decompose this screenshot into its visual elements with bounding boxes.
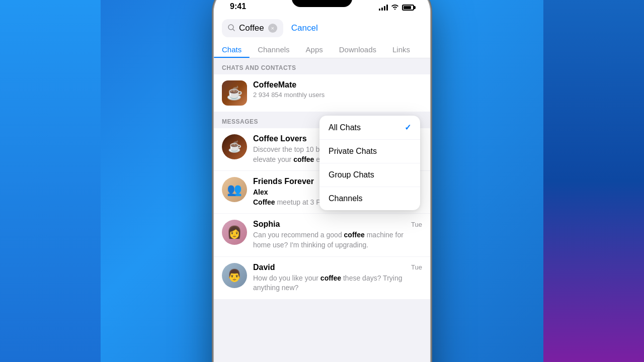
battery-icon bbox=[402, 5, 414, 11]
signal-bar-4 bbox=[386, 5, 388, 11]
wifi-icon bbox=[391, 4, 399, 11]
dropdown-item-private-chats[interactable]: Private Chats bbox=[319, 140, 420, 163]
chat-name: David bbox=[253, 263, 275, 272]
avatar: 👨 bbox=[222, 263, 247, 288]
search-cancel-button[interactable]: Cancel bbox=[285, 19, 318, 37]
dropdown-item-label: Channels bbox=[329, 194, 363, 203]
status-time: 9:41 bbox=[230, 2, 246, 11]
dropdown-item-channels[interactable]: Channels bbox=[319, 187, 420, 210]
dropdown-item-label: Group Chats bbox=[329, 170, 374, 179]
search-bar[interactable]: Coffee × bbox=[222, 19, 283, 37]
chats-contacts-header: CHATS AND CONTACTS bbox=[214, 58, 430, 74]
chat-preview: How do you like your coffee these days? … bbox=[253, 274, 422, 293]
chat-name-row: David Tue bbox=[253, 263, 422, 272]
status-bar: 9:41 bbox=[214, 0, 430, 15]
list-item[interactable]: ☕ CoffeeMate 2 934 854 monthly users bbox=[214, 74, 430, 112]
tab-chats[interactable]: Chats bbox=[214, 41, 250, 58]
tab-links[interactable]: Links bbox=[384, 41, 418, 58]
chat-name: Friends Forever bbox=[253, 177, 314, 186]
chat-preview: Can you recommend a good coffee machine … bbox=[253, 230, 422, 250]
search-icon bbox=[228, 24, 235, 33]
tab-channels[interactable]: Channels bbox=[250, 41, 297, 58]
search-clear-button[interactable]: × bbox=[268, 24, 277, 33]
signal-bar-1 bbox=[379, 9, 380, 11]
search-input[interactable]: Coffee bbox=[239, 23, 264, 33]
search-section: Coffee × Cancel bbox=[214, 15, 430, 37]
tab-apps[interactable]: Apps bbox=[298, 41, 331, 58]
tab-downloads[interactable]: Downloads bbox=[331, 41, 384, 58]
chat-name: CoffeeMate bbox=[253, 80, 296, 89]
dropdown-item-all-chats[interactable]: All Chats ✓ bbox=[319, 116, 420, 140]
chat-content: Sophia Tue Can you recommend a good coff… bbox=[253, 220, 422, 250]
dynamic-island bbox=[292, 0, 352, 7]
chat-name: Sophia bbox=[253, 220, 280, 229]
tabs-section: Chats Channels Apps Downloads Links bbox=[214, 37, 430, 58]
chat-time: Tue bbox=[411, 221, 422, 228]
list-item[interactable]: 👩 Sophia Tue Can you recommend a good co… bbox=[214, 214, 430, 256]
chat-subtitle: 2 934 854 monthly users bbox=[253, 91, 422, 99]
avatar: ☕ bbox=[222, 134, 247, 159]
avatar: 👥 bbox=[222, 177, 247, 202]
chat-content: CoffeeMate 2 934 854 monthly users bbox=[253, 80, 422, 99]
chat-name-row: Sophia Tue bbox=[253, 220, 422, 229]
checkmark-icon: ✓ bbox=[405, 123, 411, 132]
avatar: 👩 bbox=[222, 220, 247, 245]
status-icons bbox=[379, 4, 414, 11]
phone-frame: 9:41 bbox=[214, 0, 430, 362]
chat-time: Tue bbox=[411, 263, 422, 271]
svg-line-1 bbox=[233, 29, 234, 31]
dropdown-item-label: Private Chats bbox=[329, 147, 377, 156]
signal-bars-icon bbox=[379, 5, 388, 11]
dropdown-item-group-chats[interactable]: Group Chats bbox=[319, 163, 420, 187]
battery-fill bbox=[404, 6, 411, 9]
signal-bar-3 bbox=[384, 6, 385, 11]
list-item[interactable]: 👨 David Tue How do you like your coffee … bbox=[214, 257, 430, 300]
dropdown-menu: All Chats ✓ Private Chats Group Chats Ch… bbox=[319, 116, 420, 210]
dropdown-item-label: All Chats bbox=[329, 123, 361, 132]
chats-contacts-list: ☕ CoffeeMate 2 934 854 monthly users bbox=[214, 74, 430, 112]
chat-content: David Tue How do you like your coffee th… bbox=[253, 263, 422, 293]
chat-name: Coffee Lovers bbox=[253, 134, 307, 143]
signal-bar-2 bbox=[381, 8, 383, 11]
chat-name-row: CoffeeMate bbox=[253, 80, 422, 89]
avatar: ☕ bbox=[222, 80, 247, 106]
